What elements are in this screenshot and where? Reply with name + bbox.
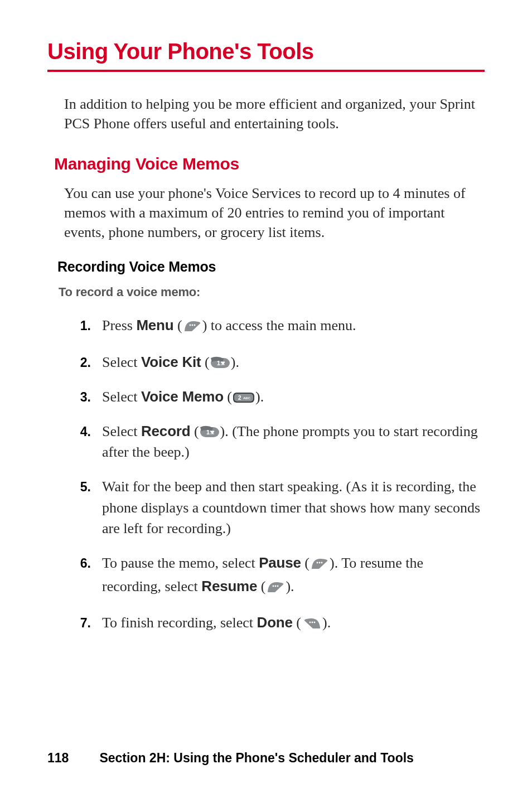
page-number: 118 xyxy=(47,751,69,766)
step-number: 5. xyxy=(75,476,91,496)
svg-point-17 xyxy=(309,622,311,623)
bold-label: Resume xyxy=(201,578,257,594)
step-item: 7. To finish recording, select Done ( ). xyxy=(75,612,485,636)
step-item: 6. To pause the memo, select Pause ( ). … xyxy=(75,553,485,599)
page-title: Using Your Phone's Tools xyxy=(47,39,485,72)
text-run: Select xyxy=(102,389,141,405)
page-footer: 118 Section 2H: Using the Phone's Schedu… xyxy=(47,751,485,766)
svg-point-11 xyxy=(317,562,318,564)
svg-point-19 xyxy=(314,622,316,623)
step-number: 3. xyxy=(75,386,91,407)
svg-text:2: 2 xyxy=(238,395,241,401)
svg-point-13 xyxy=(321,562,323,564)
section-heading: Managing Voice Memos xyxy=(54,154,485,173)
menu-softkey-icon xyxy=(310,555,329,576)
svg-point-16 xyxy=(277,585,279,587)
svg-point-2 xyxy=(194,325,195,326)
step-text: Select Voice Memo ( 2ABC ). xyxy=(102,386,485,408)
svg-point-14 xyxy=(273,585,274,587)
bold-label: Voice Kit xyxy=(141,354,201,370)
bold-label: Record xyxy=(141,423,190,439)
svg-point-15 xyxy=(275,585,277,587)
step-item: 1. Press Menu ( ) to access the main men… xyxy=(75,315,485,338)
intro-paragraph: In addition to helping you be more effic… xyxy=(64,94,485,133)
key-2-icon: 2ABC xyxy=(233,391,255,404)
right-softkey-icon xyxy=(302,615,322,636)
svg-text:1: 1 xyxy=(206,429,210,436)
key-1-icon: 1 xyxy=(200,425,220,438)
procedure-title: To record a voice memo: xyxy=(59,285,485,299)
step-item: 4. Select Record ( 1 ). (The phone promp… xyxy=(75,421,485,463)
step-number: 6. xyxy=(75,553,91,573)
text-run: Select xyxy=(102,423,141,439)
step-text: Select Record ( 1 ). (The phone prompts … xyxy=(102,421,485,463)
step-text: To pause the memo, select Pause ( ). To … xyxy=(102,553,485,599)
svg-point-1 xyxy=(191,325,193,326)
step-item: 2. Select Voice Kit ( 1 ). xyxy=(75,352,485,373)
bold-label: Menu xyxy=(136,317,173,333)
svg-point-12 xyxy=(319,562,321,564)
text-run: To pause the memo, select xyxy=(102,555,259,571)
subsection-heading: Recording Voice Memos xyxy=(57,259,485,275)
text-run: Press xyxy=(102,317,136,333)
step-text: Select Voice Kit ( 1 ). xyxy=(102,352,485,373)
section-paragraph: You can use your phone's Voice Services … xyxy=(64,183,485,242)
bold-label: Done xyxy=(257,614,293,631)
bold-label: Pause xyxy=(259,554,301,571)
svg-point-18 xyxy=(312,622,313,623)
step-item: 3. Select Voice Memo ( 2ABC ). xyxy=(75,386,485,408)
step-number: 7. xyxy=(75,612,91,632)
bold-label: Voice Memo xyxy=(141,388,224,405)
step-text: To finish recording, select Done ( ). xyxy=(102,612,485,636)
step-list: 1. Press Menu ( ) to access the main men… xyxy=(75,315,485,636)
svg-text:ABC: ABC xyxy=(243,396,251,400)
step-number: 2. xyxy=(75,352,91,372)
svg-text:1: 1 xyxy=(217,360,220,366)
text-run: to access the main menu. xyxy=(207,317,356,333)
step-number: 1. xyxy=(75,315,91,335)
key-1-icon: 1 xyxy=(210,356,230,369)
step-item: 5. Wait for the beep and then start spea… xyxy=(75,476,485,539)
step-text: Wait for the beep and then start speakin… xyxy=(102,476,485,539)
text-run: Select xyxy=(102,354,141,370)
svg-point-0 xyxy=(189,325,191,326)
step-number: 4. xyxy=(75,421,91,441)
step-text: Press Menu ( ) to access the main menu. xyxy=(102,315,485,338)
menu-softkey-icon xyxy=(266,578,285,599)
section-label: Section 2H: Using the Phone's Scheduler … xyxy=(99,751,414,766)
menu-softkey-icon xyxy=(183,317,202,338)
text-run: To finish recording, select xyxy=(102,615,257,631)
